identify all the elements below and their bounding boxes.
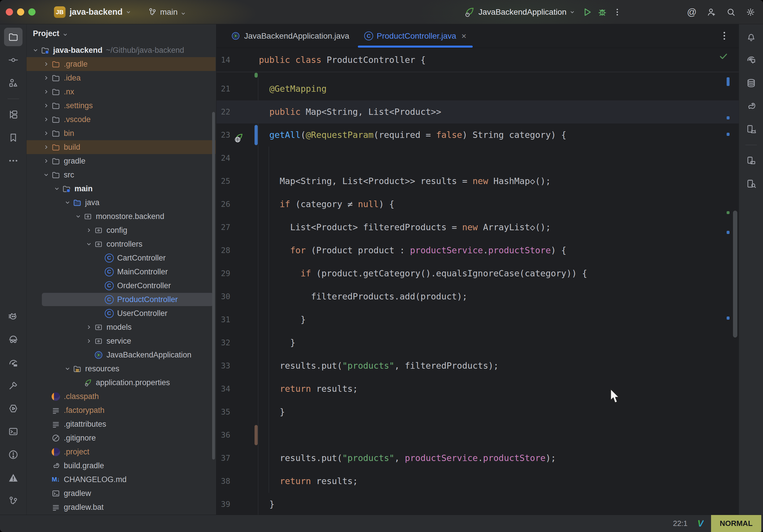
tree-item-.idea[interactable]: .idea xyxy=(27,71,216,85)
project-name[interactable]: java-backend xyxy=(69,7,123,17)
stripe-mark-modified[interactable] xyxy=(727,77,729,86)
mention-icon[interactable]: @ xyxy=(687,7,697,18)
tree-item-.project[interactable]: .project xyxy=(27,445,216,459)
tree-item-.factorypath[interactable]: .factorypath xyxy=(27,403,216,417)
code-line-34[interactable]: 34 return results; xyxy=(216,377,739,400)
tree-item-ProductController[interactable]: CProductController xyxy=(27,292,216,306)
tree-item-application.properties[interactable]: application.properties xyxy=(27,375,216,389)
tool-window-button-version-control[interactable] xyxy=(4,491,23,510)
tree-item-controllers[interactable]: controllers xyxy=(27,237,216,251)
tool-window-button-device-explorer[interactable] xyxy=(742,174,760,193)
tree-item-JavaBackendApplication[interactable]: JavaBackendApplication xyxy=(27,348,216,362)
code-line-38[interactable]: 38 return results; xyxy=(216,470,739,493)
code-line-35[interactable]: 35 } xyxy=(216,400,739,424)
chevron-down-icon[interactable] xyxy=(42,170,51,179)
chevron-right-icon[interactable] xyxy=(42,87,51,96)
vim-mode-badge[interactable]: NORMAL xyxy=(711,515,761,532)
tree-item-models[interactable]: models xyxy=(27,320,216,334)
code-line-26[interactable]: 26 if (category ≠ null) { xyxy=(216,193,739,216)
stripe-mark-modified[interactable] xyxy=(727,231,729,234)
tool-window-button-ai-assistant[interactable] xyxy=(742,51,760,69)
ideavim-icon[interactable]: V xyxy=(698,518,704,529)
add-user-icon[interactable] xyxy=(707,7,716,17)
editor-tab-ProductController.java[interactable]: CProductController.java× xyxy=(357,24,474,48)
tree-item-main[interactable]: main xyxy=(27,182,216,196)
chevron-right-icon[interactable] xyxy=(42,129,51,138)
tree-item-CartController[interactable]: CCartController xyxy=(27,251,216,265)
tab-options-kebab-icon[interactable] xyxy=(718,30,730,42)
chevron-right-icon[interactable] xyxy=(84,337,93,345)
spring-endpoint-icon[interactable] xyxy=(233,129,244,141)
code-area[interactable]: 14public class ProductController { 21 @G… xyxy=(216,48,739,515)
code-line-30[interactable]: 30 filteredProducts.add(product); xyxy=(216,285,739,308)
tree-item-gradlew[interactable]: gradlew xyxy=(27,486,216,500)
tool-window-button-database[interactable] xyxy=(742,74,760,92)
code-line-24[interactable]: 24 xyxy=(216,147,739,170)
tree-item-.nx[interactable]: .nx xyxy=(27,85,216,99)
code-line-28[interactable]: 28 for (Product product : productService… xyxy=(216,239,739,262)
tool-window-button-profiler[interactable] xyxy=(4,353,23,372)
code-line-21[interactable]: 21 @GetMapping xyxy=(216,77,739,100)
tool-window-button-terminal[interactable] xyxy=(4,422,23,441)
run-button[interactable] xyxy=(580,5,595,20)
caret-position[interactable]: 22:1 xyxy=(673,519,688,528)
tool-window-button-project[interactable] xyxy=(4,28,23,46)
tree-item-MainController[interactable]: CMainController xyxy=(27,265,216,279)
settings-gear-icon[interactable] xyxy=(746,7,755,17)
chevron-down-icon[interactable] xyxy=(63,198,72,207)
code-line-39[interactable]: 39 } xyxy=(216,493,739,515)
tree-item-java[interactable]: java xyxy=(27,196,216,209)
tree-item-monostore.backend[interactable]: monostore.backend xyxy=(27,209,216,223)
chevron-down-icon[interactable] xyxy=(31,46,40,54)
tree-item-gradle[interactable]: gradle xyxy=(27,154,216,168)
chevron-right-icon[interactable] xyxy=(42,60,51,68)
chevron-right-icon[interactable] xyxy=(84,226,93,235)
tree-item-java-backend[interactable]: java-backend~/Github/java-backend xyxy=(27,43,216,57)
zoom-window-button[interactable] xyxy=(28,8,36,16)
chevron-right-icon[interactable] xyxy=(42,101,51,110)
tree-item-resources[interactable]: resources xyxy=(27,362,216,375)
vcs-widget[interactable]: main xyxy=(148,7,186,17)
tree-item-UserController[interactable]: CUserController xyxy=(27,306,216,320)
tool-window-button-services[interactable] xyxy=(4,105,23,124)
tool-window-button-warnings[interactable] xyxy=(4,469,23,487)
more-actions-kebab-icon[interactable] xyxy=(610,5,625,20)
close-tab-icon[interactable]: × xyxy=(462,31,467,41)
code-line-37[interactable]: 37 results.put("products", productServic… xyxy=(216,447,739,470)
code-line-36[interactable]: 36 xyxy=(216,424,739,447)
tool-window-button-ai-cat[interactable] xyxy=(4,307,23,325)
chevron-right-icon[interactable] xyxy=(84,323,93,332)
search-icon[interactable] xyxy=(726,7,736,17)
stripe-mark-modified[interactable] xyxy=(727,116,729,119)
tree-item-service[interactable]: service xyxy=(27,334,216,348)
chevron-right-icon[interactable] xyxy=(42,143,51,152)
code-line-22[interactable]: 22 public Map<String, List<Product>> xyxy=(216,100,739,124)
tree-item-.vscode[interactable]: .vscode xyxy=(27,113,216,126)
code-line-23[interactable]: 23 getAll(@RequestParam(required = false… xyxy=(216,124,739,147)
stripe-mark-modified[interactable] xyxy=(727,133,729,136)
chevron-right-icon[interactable] xyxy=(42,115,51,124)
chevron-down-icon[interactable] xyxy=(84,240,93,249)
vcs-change-marker[interactable] xyxy=(255,125,258,145)
chevron-down-icon[interactable] xyxy=(53,184,61,193)
chevron-down-icon[interactable] xyxy=(63,365,72,373)
tool-window-button-more-tool-windows[interactable] xyxy=(4,152,23,170)
tree-item-.settings[interactable]: .settings xyxy=(27,99,216,113)
code-line-31[interactable]: 31 } xyxy=(216,308,739,331)
tool-window-button-build[interactable] xyxy=(4,376,23,395)
minimize-window-button[interactable] xyxy=(17,8,24,16)
tool-window-button-notifications[interactable] xyxy=(742,28,760,46)
tree-item-CHANGELOG.md[interactable]: M↓CHANGELOG.md xyxy=(27,473,216,486)
editor-tab-JavaBackendApplication.java[interactable]: JavaBackendApplication.java xyxy=(223,24,357,48)
tree-item-build[interactable]: build xyxy=(27,140,216,154)
run-config-name[interactable]: JavaBackendApplication xyxy=(479,8,567,17)
tree-item-gradlew.bat[interactable]: gradlew.bat xyxy=(27,500,216,514)
code-line-25[interactable]: 25 Map<String, List<Product>> results = … xyxy=(216,170,739,193)
tree-item-config[interactable]: config xyxy=(27,223,216,237)
tree-item-src[interactable]: src xyxy=(27,168,216,182)
code-line-32[interactable]: 32 } xyxy=(216,331,739,354)
editor-scrollbar[interactable] xyxy=(733,211,737,338)
code-line-33[interactable]: 33 results.put("products", filteredProdu… xyxy=(216,354,739,377)
tool-window-button-bookmarks[interactable] xyxy=(4,128,23,147)
tree-item-.gitattributes[interactable]: .gitattributes xyxy=(27,417,216,431)
